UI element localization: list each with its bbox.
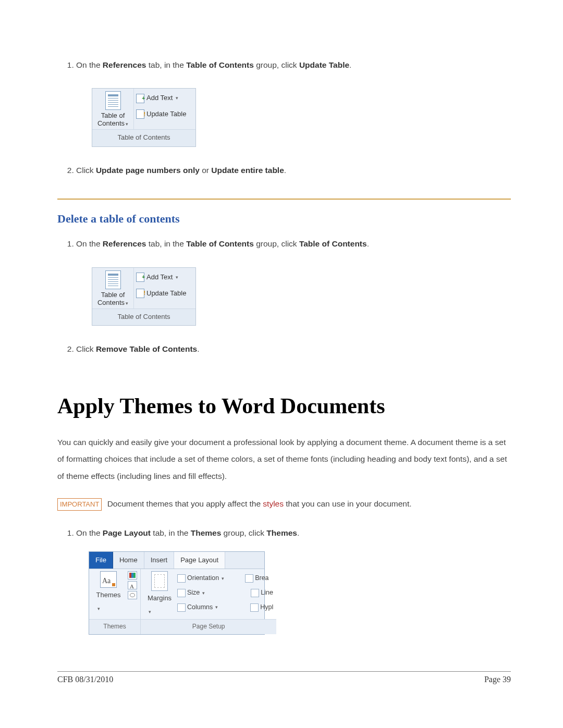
toc-button[interactable]: Table of Contents▾ (92, 89, 134, 129)
styles-link[interactable]: styles (263, 499, 284, 508)
theme-fonts-button[interactable] (128, 581, 137, 589)
delete-toc-steps: On the References tab, in the Table of C… (57, 236, 511, 356)
breaks-icon (245, 574, 253, 583)
group-label-themes: Themes (89, 619, 140, 634)
margins-icon (151, 571, 168, 591)
step-1: On the Page Layout tab, in the Themes gr… (76, 525, 511, 634)
step-2: Click Update page numbers only or Update… (76, 163, 511, 178)
subheading-delete-toc: Delete a table of contents (57, 212, 511, 226)
word-ribbon: File Home Insert Page Layout Themes▾ (89, 551, 265, 635)
update-toc-steps: On the References tab, in the Table of C… (57, 57, 511, 178)
tab-insert[interactable]: Insert (144, 552, 175, 569)
themes-button[interactable]: Themes▾ (92, 571, 125, 618)
add-text-button[interactable]: + Add Text▾ (136, 271, 193, 284)
group-label-page-setup: Page Setup (141, 619, 276, 634)
themes-icon (100, 571, 117, 588)
tab-page-layout[interactable]: Page Layout (174, 552, 225, 569)
breaks-button[interactable]: Brea (245, 572, 268, 585)
line-numbers-icon (251, 589, 259, 597)
orientation-icon (177, 574, 186, 583)
table-of-contents-icon (105, 91, 121, 110)
ribbon-group-label: Table of Contents (92, 309, 195, 326)
page-plus-icon: + (136, 273, 144, 282)
paragraph-intro: You can quickly and easily give your doc… (57, 434, 511, 485)
page-footer: CFB 08/31/2010 Page 39 (57, 671, 511, 684)
size-icon (177, 589, 186, 597)
chevron-down-icon: ▾ (149, 609, 151, 614)
tab-spacer (225, 552, 264, 569)
page-plus-icon: + (136, 94, 144, 103)
tab-home[interactable]: Home (113, 552, 144, 569)
theme-effects-button[interactable] (128, 591, 137, 599)
page-update-icon: ! (136, 289, 144, 298)
columns-button[interactable]: Columns▾ (177, 601, 218, 614)
apply-theme-steps: On the Page Layout tab, in the Themes gr… (57, 525, 511, 634)
line-numbers-button[interactable]: Line (251, 587, 273, 599)
step-1: On the References tab, in the Table of C… (76, 57, 511, 147)
orientation-button[interactable]: Orientation▾ (177, 572, 224, 585)
table-of-contents-icon (105, 270, 121, 289)
chevron-down-icon: ▾ (126, 121, 128, 127)
theme-colors-button[interactable] (128, 571, 137, 579)
update-table-button[interactable]: ! Update Table (136, 108, 193, 121)
heading-apply-themes: Apply Themes to Word Documents (57, 393, 511, 418)
toc-button[interactable]: Table of Contents▾ (92, 268, 134, 309)
chevron-down-icon: ▾ (126, 301, 128, 306)
size-button[interactable]: Size▾ (177, 587, 205, 599)
chevron-down-icon: ▾ (176, 94, 178, 103)
step-1: On the References tab, in the Table of C… (76, 236, 511, 326)
section-divider (57, 199, 511, 200)
ribbon-group-label: Table of Contents (92, 129, 195, 146)
tab-file[interactable]: File (89, 552, 113, 569)
hyphenation-icon (250, 603, 259, 612)
toc-ribbon-group: Table of Contents▾ + Add Text▾ ! Update … (92, 267, 196, 326)
margins-button[interactable]: Margins▾ (144, 571, 175, 618)
chevron-down-icon: ▾ (97, 606, 100, 611)
toc-ribbon-group: Table of Contents▾ + Add Text▾ ! Update … (92, 88, 196, 147)
step-2: Click Remove Table of Contents. (76, 341, 511, 356)
hyphenation-button[interactable]: Hypl (250, 601, 273, 614)
add-text-button[interactable]: + Add Text▾ (136, 92, 193, 105)
update-table-button[interactable]: ! Update Table (136, 287, 193, 300)
footer-right: Page 39 (484, 675, 511, 684)
important-badge: IMPORTANT (57, 498, 102, 511)
footer-left: CFB 08/31/2010 (57, 675, 113, 684)
columns-icon (177, 603, 186, 612)
page-update-icon: ! (136, 109, 144, 119)
important-note: IMPORTANT Document themes that you apply… (57, 498, 511, 511)
chevron-down-icon: ▾ (176, 273, 178, 282)
